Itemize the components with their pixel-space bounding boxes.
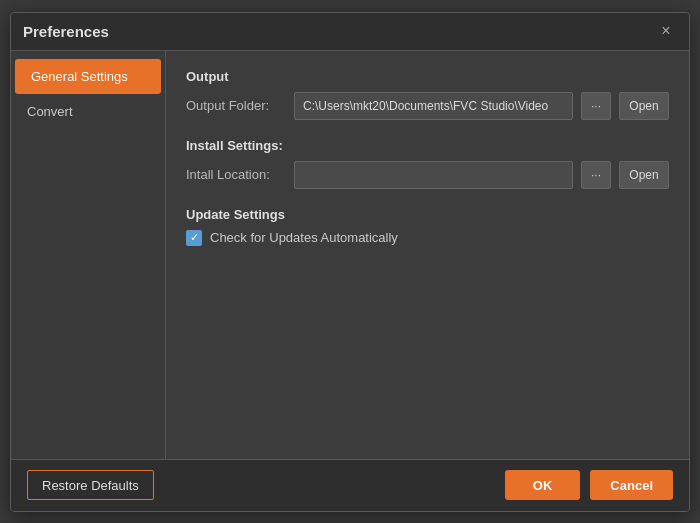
output-folder-label: Output Folder: (186, 98, 286, 113)
cancel-button[interactable]: Cancel (590, 470, 673, 500)
install-location-label: Intall Location: (186, 167, 286, 182)
footer-actions: OK Cancel (505, 470, 673, 500)
main-content: Output Output Folder: ··· Open Install S… (166, 51, 689, 459)
sidebar-item-convert[interactable]: Convert (11, 94, 165, 129)
title-bar: Preferences × (11, 13, 689, 51)
auto-update-checkbox[interactable]: ✓ (186, 230, 202, 246)
install-location-row: Intall Location: ··· Open (186, 161, 669, 189)
output-section: Output Output Folder: ··· Open (186, 69, 669, 120)
auto-update-label: Check for Updates Automatically (210, 230, 398, 245)
update-section-title: Update Settings (186, 207, 669, 222)
sidebar-item-general-settings[interactable]: General Settings (15, 59, 161, 94)
output-folder-input[interactable] (294, 92, 573, 120)
preferences-dialog: Preferences × General Settings Convert O… (10, 12, 690, 512)
install-location-input[interactable] (294, 161, 573, 189)
output-folder-open-button[interactable]: Open (619, 92, 669, 120)
footer: Restore Defaults OK Cancel (11, 459, 689, 511)
dialog-title: Preferences (23, 23, 109, 40)
output-folder-row: Output Folder: ··· Open (186, 92, 669, 120)
close-button[interactable]: × (655, 20, 677, 42)
install-section-title: Install Settings: (186, 138, 669, 153)
restore-defaults-button[interactable]: Restore Defaults (27, 470, 154, 500)
install-location-open-button[interactable]: Open (619, 161, 669, 189)
output-folder-dots-button[interactable]: ··· (581, 92, 611, 120)
dialog-body: General Settings Convert Output Output F… (11, 51, 689, 459)
auto-update-row: ✓ Check for Updates Automatically (186, 230, 669, 246)
ok-button[interactable]: OK (505, 470, 581, 500)
update-section: Update Settings ✓ Check for Updates Auto… (186, 207, 669, 246)
install-section: Install Settings: Intall Location: ··· O… (186, 138, 669, 189)
sidebar: General Settings Convert (11, 51, 166, 459)
output-section-title: Output (186, 69, 669, 84)
install-location-dots-button[interactable]: ··· (581, 161, 611, 189)
